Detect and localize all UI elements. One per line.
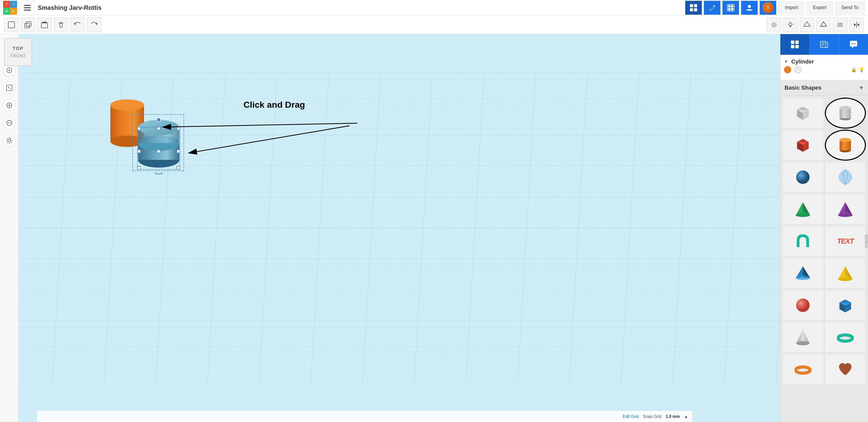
shape-item-pyramid-purple[interactable]: [825, 194, 866, 225]
svg-rect-75: [795, 45, 799, 48]
view-options-button[interactable]: [767, 18, 781, 32]
shape-item-text-red[interactable]: TEXT: [825, 226, 866, 257]
zoom-in-button[interactable]: [3, 99, 16, 111]
shape-item-cylinder-gray[interactable]: [825, 98, 866, 129]
tools-button[interactable]: [704, 1, 720, 15]
tab-grid[interactable]: [780, 34, 810, 55]
svg-rect-8: [728, 5, 731, 7]
shape-item-prism-blue[interactable]: [782, 258, 824, 289]
svg-rect-74: [791, 45, 794, 48]
3d-canvas[interactable]: Click and Drag Edit Grid Snap Grid 1.0 m…: [19, 34, 780, 422]
svg-point-102: [840, 138, 851, 142]
hamburger-menu-button[interactable]: [20, 1, 35, 15]
shape-item-sphere-blue[interactable]: [782, 162, 824, 193]
view-cube-box[interactable]: TOP FRONT: [4, 38, 32, 66]
undo-button[interactable]: [70, 18, 85, 32]
prop-icons: 🔒 💡: [851, 67, 864, 72]
properties-collapse-arrow[interactable]: ▼: [784, 59, 789, 64]
zoom-out-button[interactable]: [3, 117, 16, 129]
svg-rect-17: [41, 23, 48, 28]
svg-rect-2: [24, 9, 31, 10]
shape-item-heart-brown[interactable]: [825, 354, 866, 385]
wireframe-button[interactable]: [816, 18, 831, 32]
shape-item-box-blue[interactable]: [825, 290, 866, 321]
shape-item-pyramid-yellow[interactable]: [825, 258, 866, 289]
paste-button[interactable]: [37, 18, 52, 32]
cylinder-gray-icon: [838, 104, 852, 122]
category-dropdown-arrow[interactable]: ▼: [859, 85, 864, 91]
tab-chat[interactable]: [839, 34, 868, 55]
properties-colors: 🔒 💡: [784, 66, 864, 73]
svg-marker-31: [854, 23, 856, 26]
svg-point-18: [773, 24, 775, 26]
profile-avatar-button[interactable]: S: [760, 1, 776, 15]
light-bulb-icon[interactable]: 💡: [859, 67, 864, 72]
light-button[interactable]: [783, 18, 798, 32]
status-bar: Edit Grid Snap Grid 1.0 mm ▲: [37, 411, 692, 422]
export-button[interactable]: Export: [806, 2, 833, 14]
svg-rect-9: [731, 5, 733, 7]
redo-button[interactable]: [87, 18, 101, 32]
shapes-category-label: Basic Shapes: [784, 85, 822, 91]
svg-rect-6: [694, 8, 697, 11]
shape-item-twist-blue[interactable]: [825, 162, 866, 193]
svg-point-42: [8, 139, 10, 142]
send-to-button[interactable]: Send To: [835, 2, 865, 14]
text-shape-icon: TEXT: [837, 237, 854, 245]
shape-item-cylinder-orange[interactable]: [825, 130, 866, 161]
account-button[interactable]: [741, 1, 757, 15]
pattern-picker-button[interactable]: [794, 66, 802, 73]
shape-item-pyramid-green[interactable]: [782, 194, 824, 225]
align-button[interactable]: [833, 18, 847, 32]
shape-item-arch-teal[interactable]: [782, 226, 824, 257]
duplicate-button[interactable]: [21, 18, 35, 32]
svg-point-103: [796, 170, 810, 184]
import-button[interactable]: Import: [778, 2, 804, 14]
selected-cylinder-object[interactable]: [132, 114, 184, 171]
svg-line-36: [8, 87, 10, 89]
shape-item-sphere-pink[interactable]: [782, 290, 824, 321]
delete-button[interactable]: [54, 18, 68, 32]
twist-blue-icon: [837, 168, 854, 186]
zoom-fit-button[interactable]: [3, 82, 16, 94]
view-cube[interactable]: TOP FRONT: [4, 38, 32, 66]
shape-item-torus-orange[interactable]: [782, 354, 824, 385]
snap-up-arrow[interactable]: ▲: [684, 414, 688, 419]
logo-k: K: [10, 8, 17, 15]
shapes-panel: ▼ Cylinder 🔒 💡 Basic Shapes ▼: [780, 34, 868, 422]
svg-rect-1: [24, 7, 31, 8]
shapes-panel-collapse-button[interactable]: ›: [865, 234, 868, 248]
snap-value[interactable]: 1.0 mm: [665, 414, 680, 419]
pyramid-yellow-icon: [837, 265, 854, 282]
pyramid-purple-icon: [837, 201, 854, 218]
solid-view-button[interactable]: [800, 18, 814, 32]
new-shape-button[interactable]: [4, 18, 19, 32]
color-picker-button[interactable]: [784, 66, 791, 73]
shapes-grid: TEXT: [780, 96, 868, 387]
box-blue-icon: [837, 297, 854, 314]
category-controls: ▼: [859, 85, 864, 91]
sphere-pink-icon: [795, 297, 811, 314]
lock-icon[interactable]: 🔒: [851, 67, 857, 72]
mirror-button[interactable]: [849, 18, 864, 32]
toolbar: [0, 15, 868, 34]
pyramid-green-icon: [795, 201, 811, 218]
shape-item-cone-gray[interactable]: [782, 322, 824, 353]
settings-button[interactable]: [3, 134, 16, 147]
svg-point-106: [796, 213, 810, 217]
components-button[interactable]: [722, 1, 739, 15]
shapes-category-header: Basic Shapes ▼: [780, 80, 868, 96]
svg-rect-64: [137, 166, 141, 169]
shape-item-torus-teal[interactable]: [825, 322, 866, 353]
svg-point-20: [789, 23, 792, 26]
shape-item-cube-gray[interactable]: [782, 98, 824, 129]
svg-point-95: [840, 106, 851, 110]
shape-item-cube-red[interactable]: [782, 130, 824, 161]
grid-view-button[interactable]: [685, 1, 702, 15]
svg-point-109: [838, 213, 852, 217]
svg-rect-58: [137, 127, 141, 130]
tab-blueprint[interactable]: [810, 34, 839, 55]
svg-rect-63: [177, 150, 180, 153]
app-logo[interactable]: T I N K: [3, 1, 17, 15]
edit-grid-label[interactable]: Edit Grid: [623, 414, 639, 419]
